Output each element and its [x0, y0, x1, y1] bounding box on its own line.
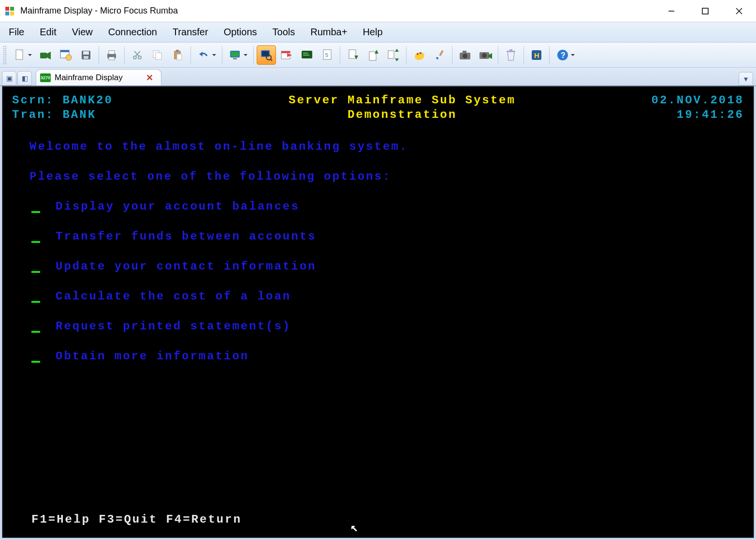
option-input-6[interactable] — [31, 361, 40, 363]
svg-marker-51 — [395, 49, 399, 52]
menu-tools[interactable]: Tools — [266, 25, 302, 40]
tab-nav-right-button[interactable]: ◧ — [17, 71, 32, 85]
screen-button[interactable] — [225, 45, 250, 65]
form-button[interactable]: 5 — [318, 45, 337, 65]
toolbar-grip-icon — [3, 45, 7, 65]
svg-rect-39 — [281, 51, 290, 53]
svg-point-53 — [414, 51, 425, 61]
svg-rect-16 — [83, 51, 89, 55]
option-label: Obtain more information — [56, 349, 249, 364]
svg-marker-52 — [395, 58, 399, 61]
menu-transfer[interactable]: Transfer — [166, 25, 215, 40]
svg-point-61 — [482, 53, 487, 58]
connect-icon — [39, 48, 52, 62]
svg-rect-13 — [60, 50, 69, 52]
menu-options[interactable]: Options — [217, 25, 264, 40]
history-h-icon: H — [530, 48, 543, 62]
option-input-4[interactable] — [31, 301, 40, 303]
option-input-3[interactable] — [31, 271, 40, 273]
connect-button[interactable] — [36, 45, 55, 65]
svg-text:H: H — [534, 51, 539, 59]
svg-rect-26 — [156, 53, 161, 59]
copy-button[interactable] — [148, 45, 167, 65]
camera-play-button[interactable] — [476, 45, 495, 65]
transfer-button[interactable] — [384, 45, 403, 65]
maximize-button[interactable] — [688, 0, 722, 22]
tab-mainframe-display[interactable]: 3270 Mainframe Display ✕ — [36, 69, 161, 85]
folder-tab-icon: ▣ — [6, 74, 13, 82]
send-file-button[interactable] — [343, 45, 363, 65]
svg-rect-59 — [463, 51, 466, 53]
trash-button[interactable] — [501, 45, 521, 65]
svg-rect-0 — [5, 7, 9, 11]
camera-button[interactable] — [455, 45, 475, 65]
svg-point-14 — [66, 55, 72, 60]
option-input-5[interactable] — [31, 331, 40, 333]
tab-row: ▣ ◧ 3270 Mainframe Display ✕ ▾ — [0, 68, 756, 86]
svg-rect-2 — [5, 12, 9, 15]
copy-icon — [151, 48, 164, 62]
option-input-2[interactable] — [31, 241, 40, 243]
prompt-text: Please select one of the following optio… — [29, 170, 744, 184]
tab-options-button[interactable]: ▾ — [739, 72, 753, 85]
camera-play-icon — [479, 48, 492, 62]
history-button[interactable]: H — [527, 45, 546, 65]
tran-label: Tran: — [12, 108, 54, 121]
svg-rect-46 — [349, 50, 356, 58]
svg-text:5: 5 — [325, 52, 328, 58]
svg-rect-10 — [40, 53, 47, 58]
new-button[interactable] — [10, 45, 35, 65]
option-row: Transfer funds between accounts — [29, 229, 744, 244]
close-button[interactable] — [722, 0, 756, 22]
menu-help[interactable]: Help — [356, 25, 389, 40]
brush-button[interactable] — [430, 45, 449, 65]
paste-button[interactable] — [168, 45, 188, 65]
doc-swap-icon — [387, 48, 400, 62]
help-button[interactable]: ? — [552, 45, 578, 65]
option-label: Request printed statement(s) — [56, 319, 291, 334]
print-button[interactable] — [102, 45, 121, 65]
svg-rect-50 — [388, 51, 394, 58]
document-tab-icon: ◧ — [22, 74, 28, 82]
option-row: Display your account balances — [29, 199, 744, 214]
terminal-screen[interactable]: Scrn: BANK20 Server Mainframe Sub System… — [2, 86, 754, 538]
menu-edit[interactable]: Edit — [33, 25, 63, 40]
screen-magnify-icon — [260, 48, 273, 62]
menubar: File Edit View Connection Transfer Optio… — [0, 22, 756, 43]
calendar-button[interactable] — [277, 45, 296, 65]
doc-arrow-up-icon — [366, 48, 380, 62]
svg-marker-30 — [199, 52, 203, 57]
receive-file-button[interactable] — [363, 45, 383, 65]
tab-close-button[interactable]: ✕ — [146, 72, 153, 83]
menu-view[interactable]: View — [65, 25, 100, 40]
svg-point-54 — [417, 53, 419, 55]
screen-time: 19:41:26 — [618, 108, 744, 122]
blackboard-icon — [300, 48, 314, 62]
menu-connection[interactable]: Connection — [102, 25, 164, 40]
minimize-button[interactable] — [654, 0, 688, 22]
window-title: Mainframe Display - Micro Focus Rumba — [20, 6, 654, 16]
camera-icon — [458, 48, 472, 62]
disconnect-button[interactable] — [56, 45, 75, 65]
menu-rumba-plus[interactable]: Rumba+ — [304, 25, 354, 40]
undo-button[interactable] — [194, 45, 219, 65]
function-keys: F1=Help F3=Quit F4=Return — [31, 512, 242, 527]
svg-rect-28 — [176, 50, 179, 52]
svg-rect-1 — [10, 7, 14, 11]
option-row: Request printed statement(s) — [29, 319, 744, 334]
svg-line-37 — [270, 59, 272, 61]
option-input-1[interactable] — [31, 211, 40, 213]
scissors-icon — [131, 48, 144, 62]
cut-button[interactable] — [128, 45, 147, 65]
palette-button[interactable] — [409, 45, 429, 65]
svg-text:?: ? — [561, 51, 566, 59]
screen-icon — [229, 48, 242, 62]
menu-file[interactable]: File — [2, 25, 31, 40]
screen-designer-button[interactable] — [257, 45, 276, 65]
svg-rect-32 — [231, 52, 239, 57]
calendar-flag-icon — [280, 48, 293, 62]
tab-nav-left-button[interactable]: ▣ — [2, 71, 16, 85]
blackboard-button[interactable] — [297, 45, 317, 65]
save-button[interactable] — [76, 45, 96, 65]
doc-arrow-down-icon — [346, 48, 360, 62]
